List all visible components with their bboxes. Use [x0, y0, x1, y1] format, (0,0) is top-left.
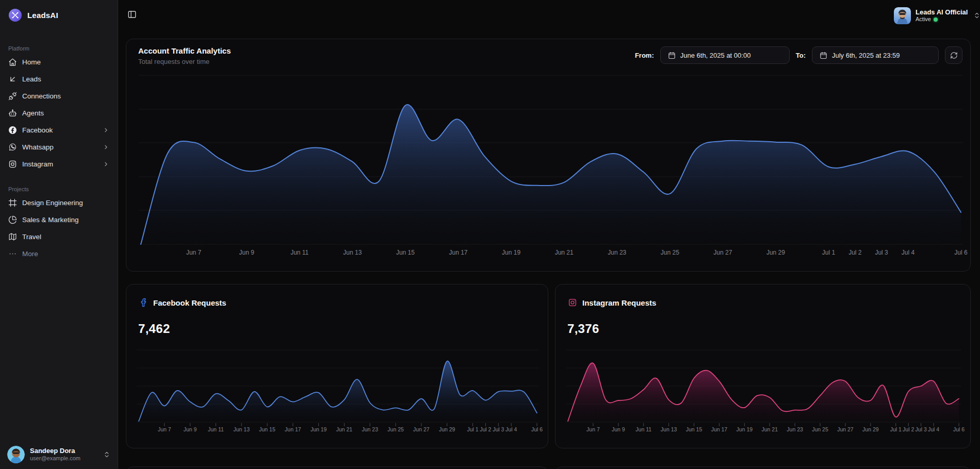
x-axis-label: Jun 13 [233, 426, 250, 432]
facebook-area-fill [139, 361, 537, 422]
x-axis-label: Jun 29 [862, 426, 879, 432]
x-axis-label: Jun 21 [761, 426, 778, 432]
x-axis-label: Jun 19 [737, 426, 753, 432]
instagram-card-title: Instagram Requests [582, 298, 656, 307]
chevron-right-icon [103, 127, 109, 133]
x-axis-label: Jul 1 [890, 426, 902, 432]
calendar-icon [668, 52, 676, 59]
sidebar-item-label: Home [22, 58, 41, 66]
sidebar-item-more[interactable]: More [3, 245, 115, 262]
instagram-icon [8, 160, 17, 169]
sidebar-item-sales-marketing[interactable]: Sales & Marketing [3, 211, 115, 228]
x-axis-label: Jun 23 [787, 426, 803, 432]
facebook-card-title: Facebook Requests [153, 298, 226, 307]
x-axis-label: Jun 19 [502, 249, 520, 256]
from-date-input[interactable]: June 6th, 2025 at 00:00 [660, 46, 790, 64]
sidebar-nav: PlatformHomeLeadsConnectionsAgentsFacebo… [0, 43, 118, 262]
x-axis-label: Jul 1 [822, 249, 836, 256]
sidebar-item-connections[interactable]: Connections [3, 88, 115, 105]
leads-arrow-icon [8, 75, 17, 83]
x-axis-label: Jun 13 [661, 426, 677, 432]
sidebar-item-design-engineering[interactable]: Design Engineering [3, 194, 115, 211]
main-content: Leads AI Official Active Account Traffic… [118, 0, 980, 469]
x-axis-label: Jul 2 [903, 426, 914, 432]
to-label: To: [796, 52, 806, 59]
traffic-area-fill [141, 105, 961, 244]
from-date-value: June 6th, 2025 at 00:00 [680, 52, 751, 59]
x-axis-label: Jun 13 [343, 249, 362, 256]
x-axis-label: Jun 11 [635, 426, 651, 432]
chevron-right-icon [103, 161, 109, 167]
sidebar-item-facebook[interactable]: Facebook [3, 122, 115, 139]
x-axis-label: Jun 19 [311, 426, 327, 432]
app-logo-row[interactable]: LeadsAI [0, 0, 118, 33]
refresh-button[interactable] [945, 46, 962, 64]
section-label-projects: Projects [0, 184, 118, 194]
sidebar-item-leads[interactable]: Leads [3, 71, 115, 88]
x-axis-label: Jun 9 [184, 426, 197, 432]
account-status: Active [916, 16, 968, 23]
x-axis-label: Jun 17 [285, 426, 301, 432]
facebook-requests-card: Facebook Requests 7,462 Jun 7Jun 9Jun 11… [126, 284, 548, 448]
x-axis-label: Jun 11 [290, 249, 308, 256]
facebook-area-chart[interactable]: Jun 7Jun 9Jun 11Jun 13Jun 15Jun 17Jun 19… [127, 341, 548, 439]
x-axis-label: Jun 7 [586, 426, 600, 432]
x-axis-label: Jun 21 [336, 426, 353, 432]
app-title: LeadsAI [27, 8, 58, 22]
x-axis-label: Jul 4 [902, 249, 915, 256]
sidebar-item-label: Whatsapp [22, 143, 54, 151]
instagram-area-fill [568, 363, 959, 422]
user-avatar [7, 446, 25, 463]
x-axis-label: Jul 2 [848, 249, 862, 256]
account-switcher[interactable]: Leads AI Official Active [892, 5, 980, 26]
x-axis-label: Jun 7 [186, 249, 202, 256]
status-dot [934, 18, 938, 22]
x-axis-label: Jun 29 [766, 249, 785, 256]
x-axis-label: Jun 25 [812, 426, 828, 432]
x-axis-label: Jul 6 [954, 249, 968, 256]
frame-icon [8, 198, 17, 207]
x-axis-label: Jun 9 [239, 249, 254, 256]
x-axis-label: Jun 27 [413, 426, 430, 432]
x-axis-label: Jul 4 [928, 426, 939, 432]
x-axis-label: Jun 25 [387, 426, 404, 432]
sidebar-toggle-button[interactable] [124, 7, 140, 22]
account-meta: Leads AI Official Active [916, 8, 968, 23]
account-name: Leads AI Official [916, 8, 968, 16]
account-status-label: Active [916, 16, 931, 23]
sidebar-item-home[interactable]: Home [3, 54, 115, 71]
x-axis-label: Jun 17 [711, 426, 728, 432]
instagram-area-chart[interactable]: Jun 7Jun 9Jun 11Jun 13Jun 15Jun 17Jun 19… [556, 341, 971, 439]
traffic-area-chart[interactable]: Jun 7Jun 9Jun 11Jun 13Jun 15Jun 17Jun 19… [126, 68, 971, 271]
x-axis-label: Jun 27 [837, 426, 854, 432]
instagram-icon [568, 298, 577, 307]
x-axis-label: Jul 4 [505, 426, 517, 432]
facebook-icon [8, 126, 17, 135]
chevron-right-icon [103, 144, 109, 150]
sidebar-item-instagram[interactable]: Instagram [3, 156, 115, 173]
user-email: user@example.com [30, 455, 80, 462]
chevrons-up-down-icon [103, 451, 110, 458]
sidebar-item-label: Facebook [22, 126, 53, 134]
x-axis-label: Jun 15 [259, 426, 275, 432]
partial-card-right [555, 466, 971, 469]
sidebar-item-agents[interactable]: Agents [3, 105, 115, 122]
sidebar-item-label: Leads [22, 75, 41, 83]
agents-bot-icon [8, 109, 17, 118]
facebook-card-header: Facebook Requests [139, 298, 226, 307]
x-axis-label: Jul 6 [953, 426, 965, 432]
sidebar-item-whatsapp[interactable]: Whatsapp [3, 139, 115, 156]
to-date-input[interactable]: July 6th, 2025 at 23:59 [812, 46, 939, 64]
instagram-total: 7,376 [567, 322, 599, 336]
connections-plug-icon [8, 92, 17, 100]
account-avatar [894, 7, 911, 24]
date-range-controls: From: June 6th, 2025 at 00:00 To: July 6… [635, 46, 962, 64]
home-icon [8, 58, 17, 66]
user-menu-button[interactable]: Sandeep Dora user@example.com [4, 443, 113, 466]
sidebar-item-travel[interactable]: Travel [3, 228, 115, 245]
x-axis-label: Jul 3 [875, 249, 888, 256]
facebook-f-icon [139, 298, 148, 307]
pie-chart-icon [8, 215, 17, 224]
instagram-card-header: Instagram Requests [568, 298, 656, 307]
from-label: From: [635, 52, 654, 59]
